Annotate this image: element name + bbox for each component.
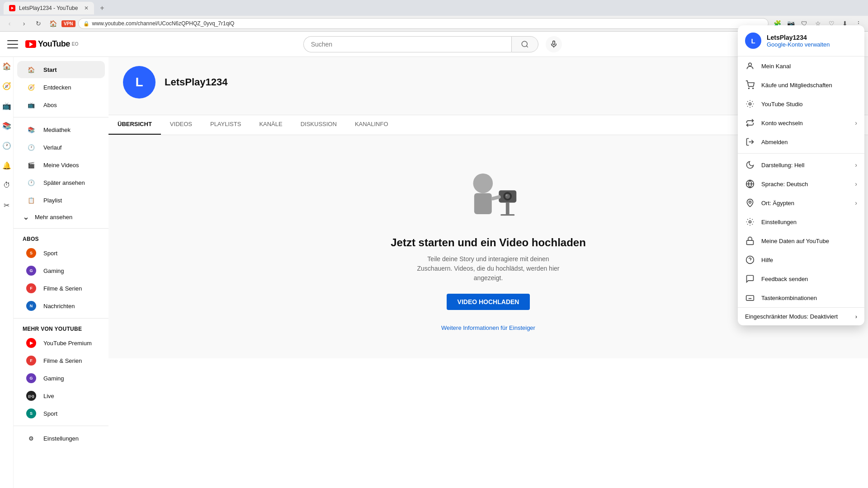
dropdown-item-hilfe[interactable]: Hilfe — [738, 250, 864, 269]
dropdown-item-mein-kanal[interactable]: Mein Kanal — [738, 56, 864, 75]
dropdown-google-account-link[interactable]: Google-Konto verwalten — [767, 41, 830, 48]
svg-rect-35 — [746, 296, 754, 300]
eingeschraenkter-modus-label: Eingeschränkter Modus: Deaktiviert — [745, 313, 838, 320]
hilfe-icon — [745, 255, 755, 265]
dropdown-user-info: LetsPlay1234 Google-Konto verwalten — [767, 34, 830, 48]
dropdown-item-konto-wechseln[interactable]: Konto wechseln › — [738, 113, 864, 132]
svg-point-31 — [749, 221, 751, 223]
svg-point-30 — [749, 201, 751, 203]
darstellung-arrow: › — [855, 161, 857, 169]
kaeufe-icon — [745, 80, 755, 90]
svg-point-25 — [753, 88, 754, 89]
dropdown-menu: L LetsPlay1234 Google-Konto verwalten Me… — [738, 25, 864, 325]
dropdown-header: L LetsPlay1234 Google-Konto verwalten — [738, 25, 864, 56]
dropdown-item-tastenkombinationen[interactable]: Tastenkombinationen — [738, 288, 864, 307]
meine-daten-icon — [745, 236, 755, 246]
dropdown-item-darstellung[interactable]: Darstellung: Hell › — [738, 155, 864, 174]
abmelden-icon — [745, 137, 755, 147]
dropdown-item-meine-daten[interactable]: Meine Daten auf YouTube — [738, 231, 864, 250]
sprache-icon — [745, 179, 755, 189]
feedback-icon — [745, 274, 755, 284]
einstellungen-icon — [745, 217, 755, 227]
dropdown-item-yt-studio[interactable]: YouTube Studio — [738, 94, 864, 113]
footer-arrow: › — [855, 313, 857, 320]
dropdown-item-sprache[interactable]: Sprache: Deutsch › — [738, 174, 864, 193]
svg-point-26 — [749, 103, 751, 105]
dropdown-user-name: LetsPlay1234 — [767, 34, 830, 41]
dropdown-item-ort[interactable]: Ort: Ägypten › — [738, 193, 864, 212]
ort-icon — [745, 198, 755, 208]
dropdown-item-einstellungen[interactable]: Einstellungen — [738, 212, 864, 231]
darstellung-icon — [745, 160, 755, 170]
dropdown-item-feedback[interactable]: Feedback senden — [738, 269, 864, 288]
ort-arrow: › — [855, 199, 857, 206]
tastenkombinationen-icon — [745, 293, 755, 303]
dropdown-divider-1 — [738, 153, 864, 154]
konto-wechseln-arrow: › — [855, 119, 857, 127]
svg-rect-32 — [747, 240, 754, 244]
dropdown-item-kaeufe[interactable]: Käufe und Mitgliedschaften — [738, 75, 864, 94]
dropdown-footer[interactable]: Eingeschränkter Modus: Deaktiviert › — [738, 307, 864, 325]
svg-point-23 — [749, 63, 752, 66]
konto-wechseln-icon — [745, 118, 755, 128]
yt-studio-icon — [745, 99, 755, 109]
mein-kanal-icon — [745, 61, 755, 71]
dropdown-item-abmelden[interactable]: Abmelden — [738, 132, 864, 151]
dropdown-avatar: L — [745, 33, 761, 49]
sprache-arrow: › — [855, 180, 857, 188]
svg-point-24 — [749, 88, 750, 89]
